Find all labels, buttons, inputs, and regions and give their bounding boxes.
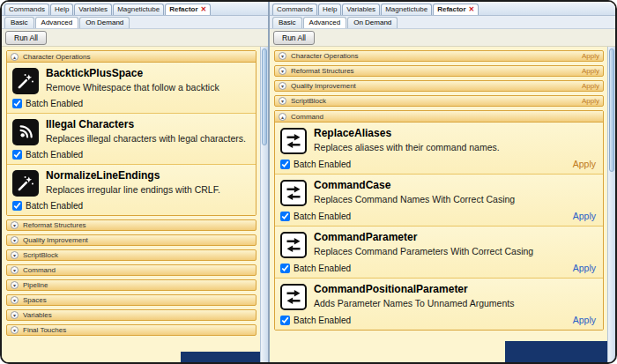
subtab-bar: Basic Advanced On Demand — [270, 16, 615, 29]
run-all-button[interactable]: Run All — [273, 31, 315, 45]
section-header-scriptblock[interactable]: ▾ ScriptBlock Apply — [274, 95, 604, 107]
chevron-up-icon[interactable]: ▴ — [279, 113, 286, 121]
vertical-scrollbar[interactable] — [607, 47, 615, 362]
rule-description: Replaces Command Parameters With Correct… — [314, 246, 533, 256]
swap-arrows-icon — [280, 128, 307, 154]
tab-refactor[interactable]: Refactor ✕ — [433, 4, 479, 15]
close-icon[interactable]: ✕ — [201, 6, 207, 13]
batch-enabled-checkbox[interactable] — [12, 201, 22, 211]
section-header-reformat-structures[interactable]: ▾ Reformat Structures Apply — [274, 65, 604, 77]
apply-rule-link[interactable]: Apply — [573, 315, 596, 325]
scrollbar-thumb[interactable] — [262, 48, 267, 145]
tab-commands[interactable]: Commands — [272, 4, 317, 15]
batch-enabled-label: Batch Enabled — [26, 201, 83, 211]
section-label: Command — [291, 113, 323, 121]
chevron-down-icon[interactable]: ▾ — [279, 67, 286, 75]
chevron-down-icon[interactable]: ▾ — [279, 52, 286, 60]
tab-help[interactable]: Help — [318, 4, 341, 15]
section-group-character-operations: ▴ Character Operations BacktickPlusSpace… — [6, 50, 256, 216]
tab-magnetictube[interactable]: Magnetictube — [113, 4, 164, 15]
subtab-on-demand[interactable]: On Demand — [347, 17, 398, 28]
section-label: Character Operations — [23, 53, 90, 61]
subtab-advanced[interactable]: Advanced — [35, 17, 79, 28]
subtab-bar: Basic Advanced On Demand — [2, 16, 268, 29]
rule-item-normalizelineendings: NormalizeLineEndings Replaces irregular … — [7, 164, 256, 215]
broadcast-icon — [12, 119, 39, 145]
rule-item-illegal-characters: Illegal Characters Replaces illegal char… — [7, 113, 256, 164]
apply-rule-link[interactable]: Apply — [573, 159, 596, 169]
section-header-command[interactable]: ▾ Command — [6, 264, 256, 276]
section-header-quality-improvement[interactable]: ▾ Quality Improvement Apply — [274, 80, 604, 92]
panel-body: ▾ Character Operations Apply ▾ Reformat … — [270, 47, 615, 362]
swap-arrows-icon — [280, 284, 307, 310]
chevron-down-icon[interactable]: ▾ — [11, 326, 19, 334]
rule-title: BacktickPlusSpace — [46, 68, 219, 80]
chevron-down-icon[interactable]: ▾ — [11, 311, 19, 319]
toolbar: Run All — [2, 29, 268, 47]
chevron-down-icon[interactable]: ▾ — [11, 296, 19, 304]
section-header-final-touches[interactable]: ▾ Final Touches — [6, 324, 256, 336]
tab-variables[interactable]: Variables — [74, 4, 112, 15]
apply-section-link[interactable]: Apply — [582, 82, 599, 90]
tab-commands[interactable]: Commands — [4, 4, 49, 15]
subtab-on-demand[interactable]: On Demand — [79, 17, 130, 28]
rule-title: CommandCase — [314, 180, 515, 192]
apply-section-link[interactable]: Apply — [582, 67, 599, 75]
subtab-basic[interactable]: Basic — [272, 17, 302, 28]
chevron-up-icon[interactable]: ▴ — [11, 53, 19, 61]
section-group-command: ▴ Command ReplaceAliases Replaces aliase… — [274, 110, 604, 331]
section-label: Quality Improvement — [291, 82, 356, 90]
chevron-down-icon[interactable]: ▾ — [279, 82, 286, 90]
chevron-down-icon[interactable]: ▾ — [11, 236, 19, 244]
rule-title: CommandParameter — [314, 232, 533, 244]
section-header-reformat-structures[interactable]: ▾ Reformat Structures — [6, 219, 256, 231]
sections-list: ▴ Character Operations BacktickPlusSpace… — [2, 47, 260, 362]
subtab-basic[interactable]: Basic — [4, 17, 34, 28]
chevron-down-icon[interactable]: ▾ — [11, 251, 19, 259]
section-header-character-operations[interactable]: ▾ Character Operations Apply — [274, 50, 604, 62]
section-label: Pipeline — [23, 281, 48, 289]
subtab-advanced[interactable]: Advanced — [303, 17, 347, 28]
apply-section-link[interactable]: Apply — [582, 52, 599, 60]
section-label: Spaces — [23, 296, 47, 304]
tab-magnetictube[interactable]: Magnetictube — [381, 4, 432, 15]
section-header-command[interactable]: ▴ Command — [275, 111, 603, 123]
batch-enabled-checkbox[interactable] — [280, 316, 290, 325]
section-label: ScriptBlock — [23, 251, 58, 259]
tab-bar: Commands Help Variables Magnetictube Ref… — [270, 2, 615, 16]
section-header-variables[interactable]: ▾ Variables — [6, 309, 256, 321]
batch-enabled-checkbox[interactable] — [280, 264, 290, 273]
refactor-pane-left: Commands Help Variables Magnetictube Ref… — [2, 2, 270, 362]
tab-refactor[interactable]: Refactor ✕ — [165, 4, 211, 15]
close-icon[interactable]: ✕ — [469, 6, 475, 13]
apply-rule-link[interactable]: Apply — [573, 211, 596, 221]
run-all-button[interactable]: Run All — [5, 31, 47, 45]
section-label: Quality Improvement — [23, 236, 88, 244]
apply-rule-link[interactable]: Apply — [573, 263, 596, 273]
sections-list: ▾ Character Operations Apply ▾ Reformat … — [270, 47, 607, 362]
tab-variables[interactable]: Variables — [342, 4, 380, 15]
tab-refactor-label: Refactor — [169, 6, 197, 13]
chevron-down-icon[interactable]: ▾ — [11, 221, 19, 229]
section-header-pipeline[interactable]: ▾ Pipeline — [6, 279, 256, 291]
wand-icon — [12, 170, 39, 197]
vertical-scrollbar[interactable] — [260, 47, 268, 362]
section-label: Variables — [23, 311, 52, 319]
batch-enabled-checkbox[interactable] — [280, 160, 290, 169]
section-header-quality-improvement[interactable]: ▾ Quality Improvement — [6, 234, 256, 246]
chevron-down-icon[interactable]: ▾ — [279, 97, 286, 105]
batch-enabled-checkbox[interactable] — [12, 150, 22, 160]
chevron-down-icon[interactable]: ▾ — [11, 281, 19, 289]
apply-section-link[interactable]: Apply — [582, 97, 599, 105]
section-header-character-operations[interactable]: ▴ Character Operations — [7, 51, 256, 63]
rule-item-backtickplusspace: BacktickPlusSpace Remove Whitespace that… — [7, 63, 256, 113]
editor-background-area — [505, 341, 615, 362]
rule-item-commandparameter: CommandParameter Replaces Command Parame… — [275, 226, 603, 278]
scrollbar-thumb[interactable] — [609, 48, 614, 172]
chevron-down-icon[interactable]: ▾ — [11, 266, 19, 274]
tab-help[interactable]: Help — [50, 4, 73, 15]
section-header-scriptblock[interactable]: ▾ ScriptBlock — [6, 249, 256, 261]
section-header-spaces[interactable]: ▾ Spaces — [6, 294, 256, 306]
batch-enabled-checkbox[interactable] — [12, 99, 22, 108]
batch-enabled-checkbox[interactable] — [280, 212, 290, 221]
